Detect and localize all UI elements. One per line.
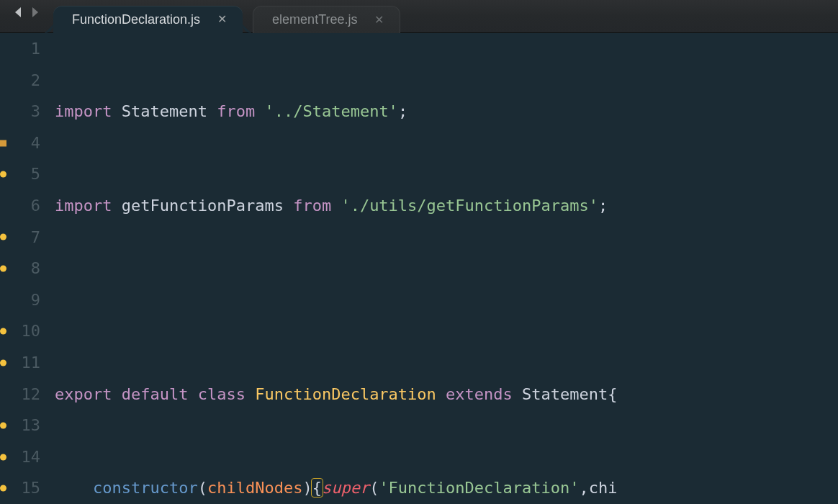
line-number: 9 [0,284,40,316]
gutter-marker-icon [0,328,6,335]
nav-forward-icon[interactable] [30,4,40,22]
line-number: 1 [0,33,40,65]
line-number: 12 [0,379,40,410]
title-bar: FunctionDeclaration.js ✕ elementTree.js … [0,0,838,33]
tab-label: FunctionDeclaration.js [72,12,200,27]
line-number: 11 [0,347,40,379]
gutter-marker-icon [0,234,6,240]
code-area[interactable]: import Statement from '../Statement'; im… [46,33,838,504]
gutter-marker-icon [0,422,6,428]
tab-label: elementTree.js [272,12,357,27]
line-number: 2 [0,65,40,96]
nav-back-icon[interactable] [13,4,23,22]
close-icon[interactable]: ✕ [217,14,227,25]
line-number: 6 [0,190,40,222]
gutter-marker-icon [0,454,6,460]
tab-active[interactable]: FunctionDeclaration.js ✕ [53,6,243,33]
nav-arrows [0,0,53,32]
line-number: 10 [0,315,40,347]
tab-inactive[interactable]: elementTree.js ✕ [253,6,400,33]
line-number: 5 [0,158,40,190]
editor[interactable]: 1 2 3 4 5 6 7 8 9 10 11 12 13 14 15 impo… [0,33,838,504]
gutter-marker-icon [0,265,6,271]
code-line: export default class FunctionDeclaration… [55,379,838,410]
line-number: 8 [0,253,40,284]
tab-bar: FunctionDeclaration.js ✕ elementTree.js … [53,0,410,32]
code-line: import getFunctionParams from './utils/g… [55,190,838,222]
line-number: 4 [0,127,40,159]
line-number: 14 [0,441,40,473]
gutter: 1 2 3 4 5 6 7 8 9 10 11 12 13 14 15 [0,33,46,504]
code-line: constructor(childNodes){super('FunctionD… [55,472,838,504]
gutter-marker-icon [0,140,6,146]
gutter-marker-icon [0,485,6,492]
gutter-marker-icon [0,171,6,178]
code-line: import Statement from '../Statement'; [55,96,838,127]
code-line [55,284,838,316]
gutter-marker-icon [0,359,6,366]
line-number: 15 [0,472,40,504]
close-icon[interactable]: ✕ [374,14,384,26]
line-number: 13 [0,410,40,441]
line-number: 3 [0,96,40,127]
line-number: 7 [0,222,40,253]
